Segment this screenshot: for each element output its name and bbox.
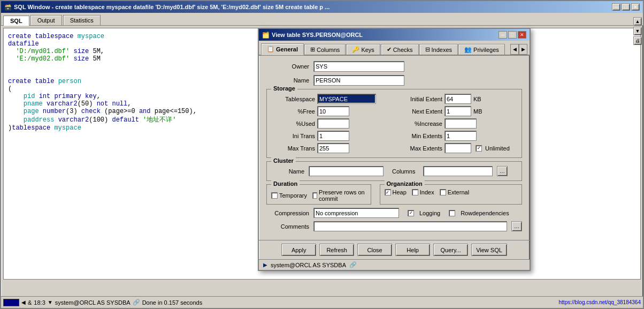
unlimited-checkbox[interactable] — [476, 145, 482, 152]
tablespace-label: Tablespace — [272, 96, 315, 102]
pctused-row: %Used — [272, 118, 389, 129]
maxtrans-input[interactable] — [317, 143, 349, 153]
storage-section-title: Storage — [271, 85, 297, 92]
ampersand: & — [28, 299, 32, 306]
tab-statistics[interactable]: Statistics — [63, 15, 101, 25]
modal-tab-checks[interactable]: ✔ Checks — [381, 44, 419, 55]
status-arrow-left: ◀ — [21, 299, 26, 305]
max-extents-row: Max Extents Unlimited — [400, 143, 516, 153]
next-extent-input[interactable] — [444, 106, 471, 116]
maxtrans-row: Max Trans — [272, 143, 389, 153]
tab-output[interactable]: Output — [30, 15, 62, 25]
compression-row: Compression Logging Rowdependencies — [266, 208, 522, 218]
org-title: Organization — [385, 180, 425, 187]
pctused-label: %Used — [272, 120, 315, 127]
compression-input[interactable] — [313, 208, 399, 218]
status-dropdown-arrow[interactable]: ▼ — [48, 299, 53, 305]
main-title-bar: 🗃️ SQL Window - create tablespace myspac… — [1, 1, 643, 13]
logging-checkbox[interactable] — [408, 210, 414, 216]
index-item: Index — [412, 189, 434, 195]
preserve-rows-checkbox[interactable] — [312, 192, 317, 199]
tablespace-input[interactable] — [317, 94, 376, 104]
modal-tab-keys[interactable]: 🔑 Keys — [346, 44, 380, 55]
minimize-button[interactable]: ─ — [612, 3, 620, 11]
status-message: Done in 0.157 seconds — [142, 299, 203, 306]
max-extents-input[interactable] — [444, 143, 471, 153]
help-button[interactable]: Help — [395, 244, 430, 256]
comments-browse-button[interactable]: … — [511, 221, 522, 231]
status-db-icon: 🔗 — [133, 299, 140, 306]
close-button[interactable]: ✕ — [631, 3, 640, 11]
close-dialog-button[interactable]: Close — [357, 244, 392, 256]
status-right-link: https://blog.csdn.net/qq_38184364 — [559, 299, 641, 305]
logging-label: Logging — [419, 210, 440, 216]
initial-extent-label: Initial Extent — [400, 96, 442, 102]
scroll-up-button[interactable]: ▲ — [633, 17, 642, 26]
pctincrease-label: %Increase — [400, 120, 442, 127]
privileges-icon: 👥 — [464, 46, 472, 53]
modal-tab-columns[interactable]: ⊞ Columns — [304, 44, 346, 55]
print-button[interactable]: 🖨 — [633, 36, 642, 45]
initrans-row: Ini Trans — [272, 131, 389, 141]
external-checkbox[interactable] — [440, 189, 446, 195]
view-sql-button[interactable]: View SQL — [471, 244, 507, 256]
tablespace-row: Tablespace — [272, 94, 389, 104]
min-extents-input[interactable] — [444, 131, 477, 141]
columns-icon: ⊞ — [310, 46, 315, 53]
initial-extent-row: Initial Extent KB — [400, 94, 516, 104]
pctincrease-input[interactable] — [444, 118, 477, 129]
modal-tab-indexes[interactable]: ⊟ Indexes — [419, 44, 458, 55]
cluster-name-input[interactable] — [309, 166, 384, 176]
pctused-input[interactable] — [317, 118, 349, 129]
heap-checkbox[interactable] — [385, 189, 391, 195]
view-table-dialog: 🗂️ View table SYS.PERSON@ORCL ─ □ ✕ 📋 Ge… — [258, 28, 531, 271]
temporary-item: Temporary — [271, 192, 307, 199]
modal-tab-privileges[interactable]: 👥 Privileges — [458, 44, 505, 55]
pctfree-input[interactable] — [317, 106, 349, 116]
compression-label: Compression — [266, 210, 309, 216]
tabs-scroll-left[interactable]: ◀ — [510, 44, 519, 55]
name-input[interactable] — [313, 75, 404, 86]
comments-input[interactable] — [313, 221, 507, 231]
next-extent-row: Next Extent MB — [400, 106, 516, 116]
comments-label: Comments — [266, 223, 309, 230]
modal-close-button[interactable]: ✕ — [518, 31, 526, 39]
cluster-columns-label: Columns — [392, 168, 419, 175]
cluster-columns-browse-button[interactable]: … — [497, 166, 508, 176]
owner-label: Owner — [266, 63, 309, 70]
modal-status-db-icon: 🔗 — [349, 261, 357, 268]
index-checkbox[interactable] — [412, 189, 418, 195]
min-extents-row: Min Extents — [400, 131, 516, 141]
temporary-checkbox[interactable] — [271, 192, 278, 199]
external-item: External — [440, 189, 469, 195]
initrans-input[interactable] — [317, 131, 349, 141]
logging-row: Logging Rowdependencies — [408, 210, 509, 216]
maxtrans-label: Max Trans — [272, 145, 315, 152]
refresh-button[interactable]: Refresh — [319, 244, 354, 256]
modal-minimize-button[interactable]: ─ — [499, 31, 507, 39]
modal-tab-bar: 📋 General ⊞ Columns 🔑 Keys ✔ Checks ⊟ In… — [259, 41, 530, 56]
modal-status-connection: system@ORCL AS SYSDBA — [271, 262, 346, 268]
owner-row: Owner — [266, 61, 522, 72]
tab-sql[interactable]: SQL — [3, 16, 29, 26]
rowdependencies-checkbox[interactable] — [449, 210, 455, 216]
tabs-scroll-right[interactable]: ▶ — [519, 44, 527, 55]
maximize-button[interactable]: □ — [622, 3, 630, 11]
modal-app-icon: 🗂️ — [262, 32, 270, 39]
initial-extent-input[interactable] — [444, 94, 471, 104]
next-extent-unit: MB — [473, 108, 489, 115]
query-button[interactable]: Query... — [433, 244, 468, 256]
rowdependencies-label: Rowdependencies — [461, 210, 509, 216]
unlimited-label: Unlimited — [485, 145, 510, 152]
comments-row: Comments … — [266, 221, 522, 231]
preserve-rows-item: Preserve rows on commit — [312, 189, 366, 202]
duration-title: Duration — [271, 180, 300, 187]
min-extents-label: Min Extents — [400, 133, 442, 139]
owner-input[interactable] — [313, 61, 404, 72]
modal-tab-general[interactable]: 📋 General — [261, 43, 304, 55]
cluster-columns-input[interactable] — [423, 166, 493, 176]
modal-maximize-button[interactable]: □ — [508, 31, 517, 39]
apply-button[interactable]: Apply — [281, 244, 316, 256]
duration-section: Duration Temporary Preserve rows on comm… — [266, 184, 371, 205]
scroll-down-button[interactable]: ▼ — [633, 27, 642, 35]
